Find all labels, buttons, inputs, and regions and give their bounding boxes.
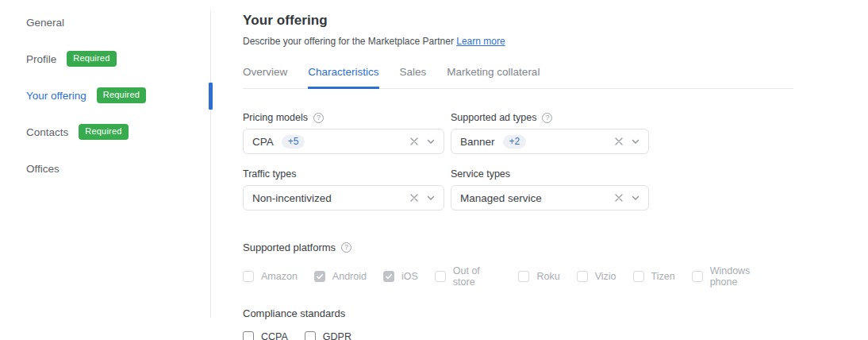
help-icon[interactable]: ? <box>341 242 351 253</box>
field-label: Service types <box>451 168 510 180</box>
extra-count-pill: +2 <box>503 135 527 149</box>
checkbox <box>577 271 588 282</box>
checkbox <box>383 271 394 282</box>
form-field: Service types Managed service <box>451 168 649 211</box>
form-field: Traffic types Non-incentivized <box>243 168 444 211</box>
clear-icon[interactable] <box>614 137 624 146</box>
chevron-down-icon[interactable] <box>426 193 436 203</box>
field-label-row: Traffic types <box>243 168 444 180</box>
sidebar-item-general[interactable]: General <box>0 4 210 41</box>
compliance-label-row: Compliance standards <box>243 307 793 319</box>
chevron-down-icon[interactable] <box>631 193 640 203</box>
checkbox-label: GDPR <box>323 331 351 340</box>
checkbox <box>314 271 325 282</box>
main-content: Your offering Describe your offering for… <box>243 0 793 340</box>
selected-value: CPA <box>252 136 274 148</box>
required-badge: Required <box>97 87 146 103</box>
checkbox-item: iOS <box>383 271 418 282</box>
select-input[interactable]: CPA +5 <box>243 129 444 154</box>
checkbox[interactable] <box>305 331 316 340</box>
field-label-row: Pricing models ? <box>243 112 444 123</box>
compliance-label: Compliance standards <box>243 307 345 319</box>
learn-more-link[interactable]: Learn more <box>456 36 505 47</box>
checkbox-label: Tizen <box>651 271 675 282</box>
platforms-checkbox-group: Amazon Android iOS Out of store Roku Viz… <box>243 265 793 288</box>
field-label-row: Service types <box>451 168 649 180</box>
clear-icon[interactable] <box>409 193 419 203</box>
tab-bar: OverviewCharacteristicsSalesMarketing co… <box>243 66 793 89</box>
page-title: Your offering <box>243 13 793 29</box>
checkbox-item: Out of store <box>435 265 502 288</box>
form-field: Supported ad types ? Banner +2 <box>451 112 649 154</box>
required-badge: Required <box>79 124 128 140</box>
checkbox-label: iOS <box>401 271 418 282</box>
checkbox <box>243 271 254 282</box>
compliance-checkbox-group: CCPA GDPR <box>243 331 793 340</box>
sidebar-item-label: Profile <box>26 53 56 65</box>
checkbox-item: Tizen <box>633 271 675 282</box>
field-label: Supported ad types <box>451 112 536 123</box>
required-badge: Required <box>67 51 116 67</box>
checkbox-label: CCPA <box>261 331 288 340</box>
platforms-label-row: Supported platforms ? <box>243 241 793 253</box>
checkbox-label: Windows phone <box>710 265 777 288</box>
form-grid: Pricing models ? CPA +5 Supported ad typ… <box>243 112 793 211</box>
tab-overview[interactable]: Overview <box>243 66 287 89</box>
form-field: Pricing models ? CPA +5 <box>243 112 444 154</box>
clear-icon[interactable] <box>614 193 624 203</box>
page-subtitle: Describe your offering for the Marketpla… <box>243 36 793 47</box>
selected-value: Banner <box>460 136 495 148</box>
tab-characteristics[interactable]: Characteristics <box>308 66 378 89</box>
select-input[interactable]: Managed service <box>451 185 649 211</box>
checkbox <box>633 271 644 282</box>
sidebar-item-label: Your offering <box>26 90 86 102</box>
tab-sales[interactable]: Sales <box>400 66 427 89</box>
checkbox-label: Amazon <box>261 271 298 282</box>
checkbox <box>518 271 529 282</box>
checkbox[interactable] <box>243 331 254 340</box>
subtitle-text: Describe your offering for the Marketpla… <box>243 36 454 47</box>
selected-value: Managed service <box>460 192 542 204</box>
checkbox <box>692 271 703 282</box>
help-icon[interactable]: ? <box>313 113 324 123</box>
sidebar-nav: General Profile Required Your offering R… <box>0 0 210 187</box>
checkbox-item: Amazon <box>243 271 298 282</box>
select-input[interactable]: Non-incentivized <box>243 185 444 211</box>
checkbox-label: Out of store <box>453 265 502 288</box>
chevron-down-icon[interactable] <box>426 137 436 146</box>
checkbox-item: Vizio <box>577 271 616 282</box>
checkbox-item: CCPA <box>243 331 288 340</box>
selected-value: Non-incentivized <box>252 192 332 204</box>
sidebar-divider <box>210 11 211 318</box>
clear-icon[interactable] <box>409 137 419 146</box>
checkbox-item: Windows phone <box>692 265 777 288</box>
sidebar-item-offices[interactable]: Offices <box>0 150 210 187</box>
help-icon[interactable]: ? <box>542 113 552 123</box>
tab-marketing-collateral[interactable]: Marketing collateral <box>447 66 540 89</box>
checkbox-label: Vizio <box>595 271 616 282</box>
extra-count-pill: +5 <box>282 135 305 149</box>
checkbox-label: Roku <box>536 271 559 282</box>
chevron-down-icon[interactable] <box>631 137 640 146</box>
active-section-indicator <box>209 83 213 110</box>
sidebar-item-contacts[interactable]: Contacts Required <box>0 114 210 150</box>
checkbox-item: Android <box>314 271 367 282</box>
platforms-label: Supported platforms <box>243 241 336 253</box>
sidebar-item-label: Offices <box>26 163 60 175</box>
checkbox-label: Android <box>332 271 367 282</box>
select-input[interactable]: Banner +2 <box>451 129 649 154</box>
checkbox <box>435 271 446 282</box>
sidebar-item-label: General <box>26 17 64 29</box>
field-label-row: Supported ad types ? <box>451 112 649 123</box>
checkbox-item: Roku <box>518 271 559 282</box>
sidebar-item-label: Contacts <box>26 126 68 138</box>
sidebar-item-your-offering[interactable]: Your offering Required <box>0 77 210 114</box>
sidebar-item-profile[interactable]: Profile Required <box>0 41 210 77</box>
field-label: Pricing models <box>243 112 308 123</box>
checkbox-item: GDPR <box>305 331 351 340</box>
field-label: Traffic types <box>243 168 296 180</box>
